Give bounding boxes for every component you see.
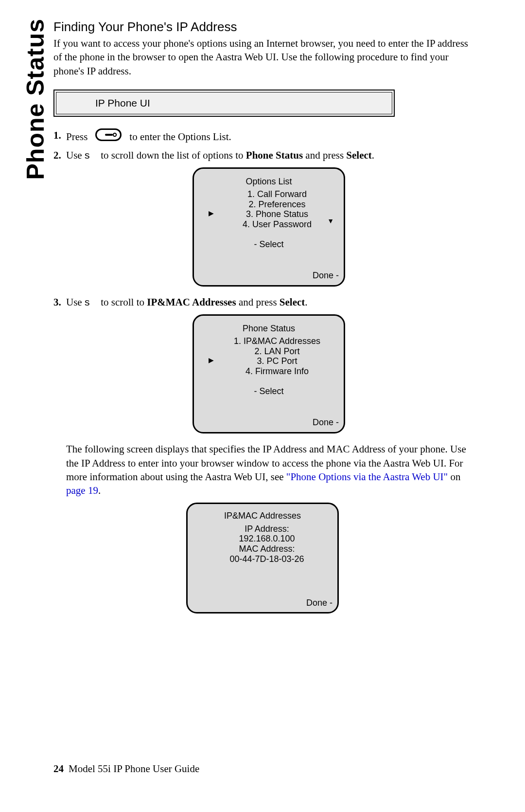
screen-item: 4. User Password	[217, 219, 337, 230]
step-3-mid2: and press	[236, 296, 280, 308]
result-paragraph: The following screen displays that speci…	[66, 442, 472, 497]
step-3-mid: to scroll to	[98, 296, 147, 308]
screen-item: 1. Call Forward	[217, 189, 337, 199]
screen-title: Options List	[201, 176, 337, 187]
para-text: on	[448, 471, 460, 483]
step-2-mid2: and press	[303, 149, 346, 161]
selection-pointer-icon: ▶	[209, 356, 214, 364]
footer-title: Model 55i IP Phone User Guide	[69, 763, 199, 775]
options-key-icon	[95, 128, 122, 144]
step-3-bold: IP&MAC Addresses	[147, 296, 236, 308]
screen-softkey-select: - Select	[201, 238, 337, 250]
screen-line: MAC Address:	[203, 544, 331, 554]
phone-screen-ipmac: IP&MAC Addresses IP Address: 192.168.0.1…	[186, 503, 339, 614]
step-2-mid: to scroll down the list of options to	[98, 149, 246, 161]
step-3-key: s	[85, 295, 98, 309]
screen-line: 192.168.0.100	[203, 534, 331, 544]
step-2-bold2: Select	[346, 149, 371, 161]
ui-callout-label: IP Phone UI	[56, 92, 392, 114]
screen-line: 00-44-7D-18-03-26	[203, 554, 331, 564]
scroll-down-icon: ▼	[327, 217, 334, 226]
step-3-end: .	[305, 296, 307, 308]
phone-screen-options-list: Options List 1. Call Forward 2. Preferen…	[192, 167, 345, 287]
phone-screen-phone-status: Phone Status 1. IP&MAC Addresses 2. LAN …	[192, 314, 345, 434]
step-2-bold: Phone Status	[246, 149, 303, 161]
screen-softkey-done: Done -	[194, 598, 332, 608]
screen-softkey-select: - Select	[201, 385, 337, 397]
cross-ref-link-page[interactable]: page 19	[66, 485, 98, 496]
screen-title: Phone Status	[201, 323, 337, 334]
screen-softkey-done: Done -	[201, 416, 339, 428]
step-2: Use s to scroll down the list of options…	[53, 148, 472, 287]
step-2-key: s	[85, 148, 98, 162]
step-1-text-post: to enter the Options List.	[129, 130, 231, 144]
page-number: 24	[53, 763, 64, 775]
screen-item: 1. IP&MAC Addresses	[217, 336, 337, 346]
screen-item: 3. Phone Status	[246, 209, 308, 219]
step-1: Press to enter the Options List.	[53, 128, 472, 144]
screen-softkey-done: Done -	[201, 270, 339, 281]
cross-ref-link-phone-options[interactable]: "Phone Options via the Aastra Web UI"	[286, 471, 448, 483]
screen-line: IP Address:	[203, 524, 331, 534]
screen-item: 2. Preferences	[217, 199, 337, 210]
selection-pointer-icon: ▶	[209, 209, 214, 217]
step-3-bold2: Select	[280, 296, 305, 308]
step-2-end: .	[372, 149, 374, 161]
para-text: .	[98, 485, 101, 496]
step-3: Use s to scroll to IP&MAC Addresses and …	[53, 295, 472, 433]
intro-paragraph: If you want to access your phone's optio…	[53, 36, 472, 78]
ui-callout-box: IP Phone UI	[53, 90, 395, 117]
screen-item: 4. Firmware Info	[217, 366, 337, 377]
screen-item: 3. PC Port	[257, 356, 297, 366]
section-heading: Finding Your Phone's IP Address	[53, 19, 472, 35]
screen-title: IP&MAC Addresses	[194, 511, 331, 521]
step-3-pre: Use	[66, 296, 85, 308]
step-1-text-pre: Press	[66, 130, 88, 144]
screen-item: 2. LAN Port	[217, 346, 337, 357]
svg-rect-1	[105, 134, 113, 136]
page-footer: 24Model 55i IP Phone User Guide	[53, 763, 199, 775]
step-2-pre: Use	[66, 149, 85, 161]
